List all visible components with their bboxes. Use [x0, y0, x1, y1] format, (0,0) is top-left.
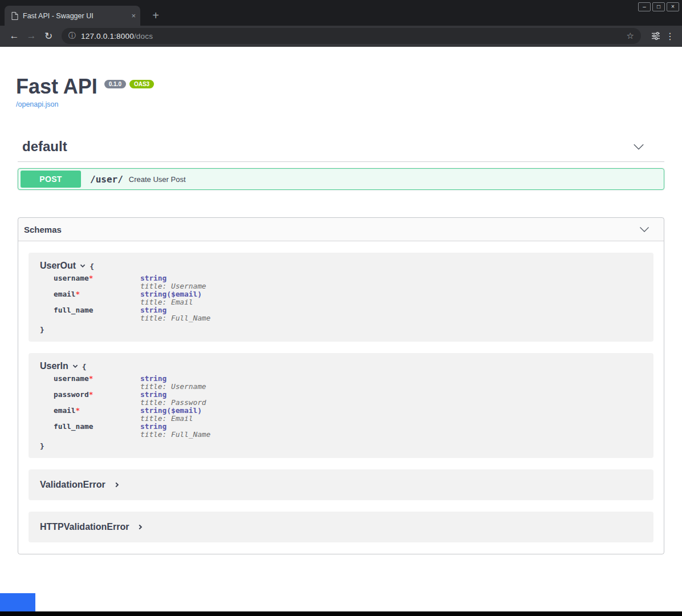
- schemas-header[interactable]: Schemas: [18, 218, 664, 241]
- window-minimize-button[interactable]: –: [638, 2, 651, 11]
- property-title-annotation: title: Email: [140, 415, 210, 423]
- property-row: email* string($email) title: Email: [54, 407, 210, 423]
- property-title-annotation: title: Email: [140, 298, 210, 306]
- open-brace: {: [90, 262, 94, 270]
- chevron-down-icon[interactable]: [72, 363, 79, 370]
- maximize-icon: □: [657, 3, 660, 10]
- bottom-black-bar: [0, 611, 682, 616]
- chevron-right-icon[interactable]: [113, 481, 120, 488]
- close-icon: ×: [671, 3, 675, 10]
- schema-model-validationerror[interactable]: ValidationError: [29, 469, 653, 500]
- chevron-down-icon[interactable]: [632, 140, 645, 153]
- property-name: full_name: [54, 423, 140, 439]
- model-name: ValidationError: [40, 480, 105, 490]
- schema-model-userout: UserOut { username* string title: Userna…: [29, 253, 653, 342]
- property-name: full_name: [54, 306, 140, 322]
- chevron-down-icon[interactable]: [79, 262, 86, 269]
- model-name: UserIn: [40, 361, 68, 371]
- required-star: *: [76, 290, 80, 298]
- openapi-spec-link[interactable]: /openapi.json: [16, 100, 58, 108]
- window-maximize-button[interactable]: □: [652, 2, 665, 11]
- open-brace: {: [82, 362, 87, 371]
- property-row: full_name string title: Full_Name: [54, 306, 210, 322]
- schemas-body: UserOut { username* string title: Userna…: [18, 241, 664, 554]
- property-name: email*: [54, 290, 140, 306]
- model-name: UserOut: [40, 261, 76, 271]
- required-star: *: [89, 390, 94, 399]
- chevron-down-icon[interactable]: [639, 224, 650, 235]
- reload-icon[interactable]: ↻: [40, 30, 57, 42]
- new-tab-button[interactable]: +: [148, 8, 163, 23]
- site-info-icon[interactable]: ⓘ: [68, 31, 76, 41]
- window-close-button[interactable]: ×: [667, 2, 679, 11]
- property-name: password*: [54, 391, 140, 407]
- property-type: string($email): [140, 407, 210, 415]
- forward-icon[interactable]: →: [23, 30, 40, 42]
- tag-header-default[interactable]: default: [18, 135, 664, 162]
- browser-tabstrip: – □ × Fast API - Swagger UI × +: [0, 0, 682, 26]
- tune-icon[interactable]: [651, 32, 660, 40]
- back-icon[interactable]: ←: [6, 30, 23, 42]
- tag-title: default: [22, 139, 632, 155]
- property-title-annotation: title: Password: [140, 399, 210, 407]
- bookmark-star-icon[interactable]: ☆: [627, 31, 634, 41]
- page-favicon-icon: [11, 12, 18, 20]
- property-name: email*: [54, 407, 140, 423]
- endpoint-summary: Create User Post: [129, 175, 186, 184]
- property-row: email* string($email) title: Email: [54, 290, 210, 306]
- model-toggle-userout[interactable]: UserOut {: [40, 261, 642, 271]
- property-title-annotation: title: Username: [140, 383, 210, 391]
- property-row: password* string title: Password: [54, 391, 210, 407]
- browser-toolbar: ← → ↻ ⓘ 127.0.0.1:8000/docs ☆ ⋮: [0, 26, 682, 47]
- model-properties: username* string title: Username passwor…: [54, 375, 210, 439]
- schema-model-httpvalidationerror[interactable]: HTTPValidationError: [29, 512, 653, 542]
- address-bar[interactable]: ⓘ 127.0.0.1:8000/docs ☆: [62, 28, 641, 44]
- property-type: string($email): [140, 290, 210, 298]
- property-row: full_name string title: Full_Name: [54, 423, 210, 439]
- tab-title: Fast API - Swagger UI: [23, 12, 127, 20]
- minimize-icon: –: [643, 3, 646, 10]
- api-title: Fast API: [16, 75, 98, 98]
- endpoint-post-user[interactable]: POST /user/ Create User Post: [18, 168, 664, 190]
- property-type: string: [140, 391, 210, 399]
- property-type: string: [140, 274, 210, 282]
- url-path: /docs: [134, 32, 153, 40]
- swagger-page: Fast API 0.1.0 OAS3 /openapi.json defaul…: [0, 47, 682, 611]
- browser-menu-icon[interactable]: ⋮: [664, 31, 676, 42]
- property-type: string: [140, 375, 210, 383]
- property-type: string: [140, 306, 210, 314]
- schema-model-userin: UserIn { username* string title: Usernam…: [29, 353, 653, 458]
- browser-tab[interactable]: Fast API - Swagger UI ×: [5, 6, 140, 26]
- model-name: HTTPValidationError: [40, 522, 129, 532]
- chevron-right-icon[interactable]: [137, 524, 144, 530]
- api-info: Fast API 0.1.0 OAS3 /openapi.json: [16, 47, 664, 109]
- url-host: 127.0.0.1:8000: [81, 32, 134, 40]
- url-text: 127.0.0.1:8000/docs: [81, 32, 153, 40]
- required-star: *: [76, 406, 80, 415]
- property-name: username*: [54, 274, 140, 290]
- bottom-left-blue-artifact: [0, 593, 35, 611]
- required-star: *: [89, 274, 94, 282]
- oas3-badge: OAS3: [129, 80, 154, 88]
- property-name: username*: [54, 375, 140, 391]
- schemas-title: Schemas: [24, 225, 639, 234]
- model-toggle-userin[interactable]: UserIn {: [40, 361, 642, 371]
- property-title-annotation: title: Username: [140, 282, 210, 290]
- schemas-section: Schemas UserOut {: [18, 217, 664, 554]
- endpoint-path: /user/: [90, 174, 123, 185]
- version-badge: 0.1.0: [104, 80, 126, 88]
- property-row: username* string title: Username: [54, 375, 210, 391]
- window-controls: – □ ×: [638, 2, 679, 11]
- tag-section-default: default POST /user/ Create User Post: [18, 135, 664, 190]
- tab-close-icon[interactable]: ×: [131, 11, 136, 20]
- property-title-annotation: title: Full_Name: [140, 431, 210, 439]
- model-properties: username* string title: Username email* …: [54, 274, 210, 322]
- required-star: *: [89, 374, 94, 383]
- api-badges: 0.1.0 OAS3: [104, 80, 154, 88]
- property-title-annotation: title: Full_Name: [140, 314, 210, 322]
- close-brace: }: [40, 325, 642, 334]
- close-brace: }: [40, 441, 642, 450]
- property-row: username* string title: Username: [54, 274, 210, 290]
- property-type: string: [140, 423, 210, 431]
- http-method-badge: POST: [21, 171, 81, 188]
